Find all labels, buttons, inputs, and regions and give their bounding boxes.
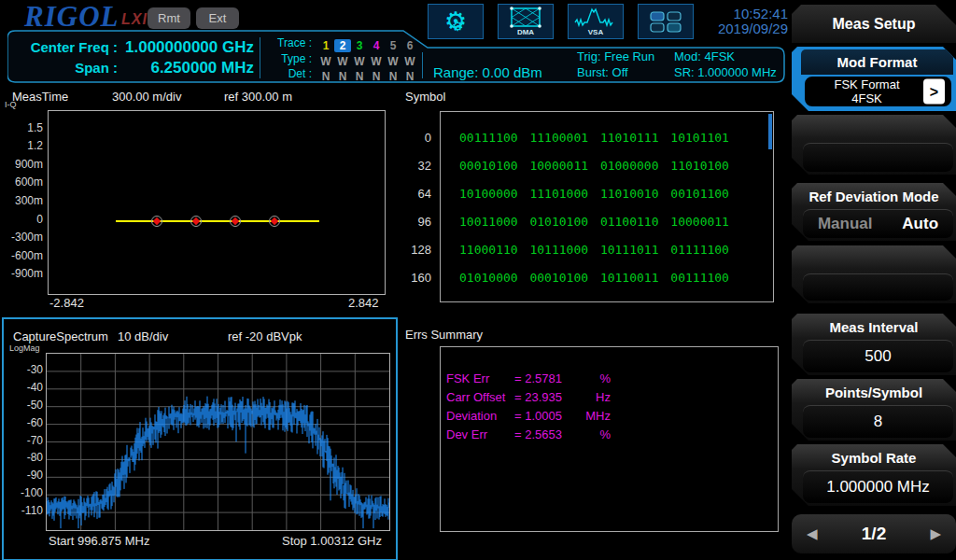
trace-marker (151, 216, 162, 227)
spectrum-ytick: -70 (7, 434, 43, 447)
trace-numbers: 123456 (317, 36, 418, 53)
time-display: 10:52:41 (695, 7, 788, 21)
page-prev-icon[interactable]: ◀ (807, 525, 818, 542)
statusbar-divider (260, 37, 260, 78)
err-unit: MHz (585, 409, 611, 423)
symbol-row-index: 160 (398, 271, 431, 285)
err-unit: Hz (596, 390, 611, 404)
symbol-row-bits: 11000110 10111000 10111011 01111100 (459, 243, 729, 257)
trace-number[interactable]: 6 (401, 39, 418, 52)
menu-item-label: Ref Deviation Mode (792, 183, 956, 209)
menu-item-label: Meas Interval (792, 314, 956, 340)
symbol-row-bits: 10100000 11101000 11010010 00101100 (459, 187, 729, 201)
symbol-row-index: 64 (398, 187, 431, 201)
trace-type: W (334, 55, 351, 68)
spectrum-chart (46, 353, 390, 531)
spectrum-ytick: -40 (7, 381, 43, 394)
chevron-right-icon[interactable]: > (923, 79, 945, 105)
trace-det-label: Det : (265, 67, 312, 80)
page-indicator: 1/2 (862, 524, 886, 544)
symbol-row-bits: 00010100 10000011 01000000 11010100 (459, 159, 729, 173)
trace-number[interactable]: 4 (368, 39, 385, 52)
symbol-row: 3200010100 10000011 01000000 11010100 (398, 157, 729, 172)
scrollbar[interactable] (768, 114, 772, 149)
trace-number[interactable]: 2 (334, 39, 351, 52)
menu-item-label: Mod Format (801, 49, 953, 75)
menu-pagination: ◀ 1/2 ▶ (792, 514, 956, 553)
page-next-icon[interactable]: ▶ (930, 525, 941, 542)
meastime-ytick: 0 (2, 213, 43, 226)
symbol-row-index: 96 (398, 215, 431, 229)
meastime-title: MeasTime (12, 90, 68, 104)
spectrum-scale: 10 dB/div (118, 329, 168, 343)
symbol-row: 6410100000 11101000 11010010 00101100 (398, 185, 729, 200)
meastime-chart (48, 110, 386, 295)
symbol-row: 9610011000 01010100 01100110 10000011 (398, 213, 729, 228)
err-unit: % (599, 427, 611, 441)
menu-item-mod-format[interactable]: Mod Format FSK Format 4FSK > (792, 47, 956, 111)
meastime-ytick: 900m (2, 158, 43, 171)
symbol-row-index: 0 (398, 131, 431, 145)
capture-spectrum-panel[interactable]: CaptureSpectrum 10 dB/div ref -20 dBVpk … (2, 317, 398, 560)
err-value: 1.0005 (525, 409, 562, 423)
meastime-xmax: 2.842 (348, 296, 379, 310)
menu-item-meas-interval[interactable]: Meas Interval 500 (792, 314, 956, 375)
err-row: Carr Offset= 23.935Hz (446, 390, 611, 404)
trace-type: W (401, 55, 418, 68)
spectrum-ytick-labels: -30-40-50-60-70-80-90-100-110 (7, 353, 43, 529)
trace-number[interactable]: 5 (385, 39, 401, 52)
center-freq-value: 1.000000000 GHz (118, 38, 254, 57)
err-row: FSK Err= 2.5781% (446, 371, 611, 385)
trace-type-label: Type : (265, 52, 312, 65)
meas-interval-value: 500 (803, 340, 953, 372)
err-row: Dev Err= 2.5653% (446, 427, 611, 441)
trace-type: W (351, 55, 368, 68)
menu-item-points-per-symbol[interactable]: Points/Symbol 8 (792, 379, 956, 441)
spectrum-start-label: Start 996.875 MHz (49, 534, 149, 548)
trace-number[interactable]: 1 (317, 39, 334, 52)
constellation-icon (508, 7, 543, 28)
trace-number[interactable]: 3 (351, 39, 368, 52)
err-unit: % (599, 371, 611, 385)
sr-readout: SR: 1.000000 MHz (674, 65, 777, 79)
spectrum-format: LogMag (9, 343, 40, 353)
menu-item-ref-deviation-mode[interactable]: Ref Deviation Mode Manual Auto (792, 183, 956, 241)
err-name: Deviation (446, 409, 514, 423)
trace-type: W (385, 55, 401, 68)
err-eq: = (514, 371, 522, 385)
trig-readout: Trig: Free Run (577, 49, 654, 63)
symbol-row: 000111100 11100001 11010111 10101101 (398, 129, 729, 144)
trace-type: W (368, 55, 385, 68)
menu-item-symbol-rate[interactable]: Symbol Rate 1.000000 MHz (792, 444, 956, 506)
mod-format-value-line1: FSK Format (834, 77, 899, 91)
symbol-title: Symbol (405, 90, 445, 104)
err-value: 2.5781 (525, 371, 562, 385)
meastime-trace-line (116, 220, 319, 222)
option-auto[interactable]: Auto (902, 215, 938, 233)
symbol-row-index: 32 (398, 159, 431, 173)
spectrum-plot (47, 354, 389, 530)
trace-det: N (368, 70, 385, 83)
symbol-row-index: 128 (398, 243, 431, 257)
meastime-ytick: -600m (2, 249, 43, 262)
menu-item-label: Points/Symbol (792, 379, 956, 405)
menu-item-label (792, 115, 956, 141)
spectrum-ytick: -80 (7, 451, 43, 464)
menu-item-empty-2 (792, 245, 956, 303)
errs-title: Errs Summary (405, 328, 483, 342)
meastime-xmin: -2.842 (49, 296, 84, 310)
meastime-ytick: 1.2 (2, 139, 43, 152)
trace-marker (269, 216, 280, 227)
menu-header-meas-setup: Meas Setup (792, 5, 956, 43)
meastime-ytick: 300m (2, 194, 43, 207)
statusbar-divider (422, 52, 423, 78)
option-manual[interactable]: Manual (818, 215, 873, 233)
menu-item-label (792, 245, 956, 272)
trace-marker (230, 216, 241, 227)
meastime-ytick: -300m (2, 231, 43, 244)
span-label: Span : (13, 60, 118, 76)
spectrum-ytick: -100 (7, 486, 43, 499)
trace-det: N (334, 70, 351, 83)
points-per-symbol-value: 8 (803, 405, 953, 438)
meastime-ref: ref 300.00 m (224, 90, 292, 104)
